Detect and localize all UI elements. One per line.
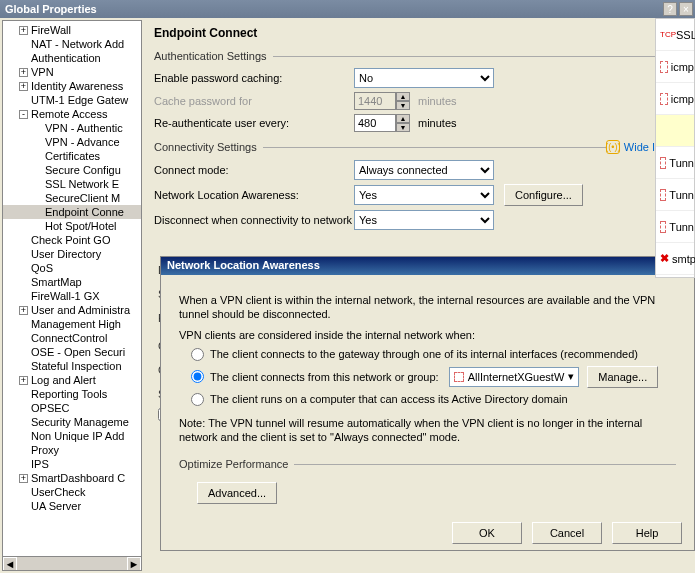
protocol-icon: TCP — [660, 30, 676, 39]
tree-item[interactable]: +SmartDashboard C — [3, 471, 141, 485]
tree-item[interactable]: UTM-1 Edge Gatew — [3, 93, 141, 107]
tree-item[interactable]: FireWall-1 GX — [3, 289, 141, 303]
nla-criteria-label: VPN clients are considered inside the in… — [179, 328, 676, 342]
tree-item[interactable]: +FireWall — [3, 23, 141, 37]
tree-item[interactable]: VPN - Authentic — [3, 121, 141, 135]
nla-opt-ad-radio[interactable] — [191, 393, 204, 406]
tree-item[interactable]: UserCheck — [3, 485, 141, 499]
reauth-input[interactable] — [354, 114, 396, 132]
expand-icon[interactable]: + — [19, 26, 28, 35]
expand-icon[interactable]: + — [19, 306, 28, 315]
list-item[interactable]: Tunn — [656, 211, 694, 243]
list-item[interactable]: TCP SSL — [656, 19, 694, 51]
tree-item-label: Proxy — [31, 444, 59, 456]
tree-item[interactable]: Endpoint Conne — [3, 205, 141, 219]
tree-item[interactable]: Management High — [3, 317, 141, 331]
tree-item-label: Stateful Inspection — [31, 360, 122, 372]
tree-item-label: UA Server — [31, 500, 81, 512]
tree-item[interactable]: Hot Spot/Hotel — [3, 219, 141, 233]
spin-up-icon[interactable]: ▲ — [396, 114, 410, 123]
tree-item[interactable]: OPSEC — [3, 401, 141, 415]
expand-icon[interactable]: + — [19, 82, 28, 91]
tree-item[interactable]: SecureClient M — [3, 191, 141, 205]
tree-item[interactable]: User Directory — [3, 247, 141, 261]
tree-item-label: ConnectControl — [31, 332, 107, 344]
tree-item[interactable]: Certificates — [3, 149, 141, 163]
tree-item-label: Check Point GO — [31, 234, 110, 246]
advanced-button[interactable]: Advanced... — [197, 482, 277, 504]
tree-item[interactable]: +User and Administra — [3, 303, 141, 317]
list-item[interactable]: Tunn — [656, 179, 694, 211]
tree-item-label: SmartMap — [31, 276, 82, 288]
disconnect-select[interactable]: Yes — [354, 210, 494, 230]
tree-item[interactable]: SSL Network E — [3, 177, 141, 191]
list-item[interactable]: ✖smtp — [656, 243, 694, 275]
spin-up-icon: ▲ — [396, 92, 410, 101]
spin-down-icon[interactable]: ▼ — [396, 123, 410, 132]
tree-item[interactable]: QoS — [3, 261, 141, 275]
connect-mode-select[interactable]: Always connected — [354, 160, 494, 180]
tree-item[interactable]: OSE - Open Securi — [3, 345, 141, 359]
manage-button[interactable]: Manage... — [587, 366, 658, 388]
tree-item-label: Security Manageme — [31, 416, 129, 428]
help-button[interactable]: ? — [663, 2, 677, 16]
auth-section-header: Authentication Settings — [154, 50, 685, 62]
tree-item-label: UTM-1 Edge Gatew — [31, 94, 128, 106]
tree-item[interactable]: Authentication — [3, 51, 141, 65]
connect-mode-label: Connect mode: — [154, 164, 354, 176]
tree-item-label: SSL Network E — [45, 178, 119, 190]
enable-caching-label: Enable password caching: — [154, 72, 354, 84]
help-button[interactable]: Help — [612, 522, 682, 544]
tree-item[interactable]: Security Manageme — [3, 415, 141, 429]
close-button[interactable]: × — [679, 2, 693, 16]
cancel-button[interactable]: Cancel — [532, 522, 602, 544]
tree-item[interactable]: Secure Configu — [3, 163, 141, 177]
tree-item[interactable]: Check Point GO — [3, 233, 141, 247]
list-item[interactable]: Tunn — [656, 147, 694, 179]
tree-item[interactable]: UA Server — [3, 499, 141, 513]
tree-item[interactable]: NAT - Network Add — [3, 37, 141, 51]
nla-dialog: Network Location Awareness When a VPN cl… — [160, 256, 695, 551]
x-icon: ✖ — [660, 252, 669, 265]
nla-note: Note: The VPN tunnel will resume automat… — [179, 416, 676, 445]
list-item[interactable]: icmp — [656, 83, 694, 115]
enable-caching-select[interactable]: No — [354, 68, 494, 88]
tree-item[interactable]: Non Unique IP Add — [3, 429, 141, 443]
nla-dialog-title: Network Location Awareness — [161, 257, 694, 275]
configure-button[interactable]: Configure... — [504, 184, 583, 206]
expand-icon[interactable]: + — [19, 376, 28, 385]
expand-icon[interactable]: + — [19, 68, 28, 77]
expand-icon[interactable]: - — [19, 110, 28, 119]
tree-item-label: Endpoint Conne — [45, 206, 124, 218]
tree-item[interactable]: SmartMap — [3, 275, 141, 289]
cache-for-input — [354, 92, 396, 110]
network-group-select[interactable]: AllInternetXGuestW▾ — [449, 367, 580, 387]
tree-item-label: UserCheck — [31, 486, 85, 498]
tree-item[interactable]: Proxy — [3, 443, 141, 457]
tree-item[interactable]: -Remote Access — [3, 107, 141, 121]
tree-item-label: FireWall — [31, 24, 71, 36]
service-icon — [660, 221, 666, 233]
list-item[interactable] — [656, 115, 694, 147]
right-panel: TCP SSLicmpicmpTunnTunnTunn✖smtp — [655, 18, 695, 278]
tree-item-label: Log and Alert — [31, 374, 96, 386]
nla-opt-gateway-radio[interactable] — [191, 348, 204, 361]
expand-icon[interactable]: + — [19, 474, 28, 483]
tree-item[interactable]: +Log and Alert — [3, 373, 141, 387]
ok-button[interactable]: OK — [452, 522, 522, 544]
nla-opt-network-radio[interactable] — [191, 370, 204, 383]
tree-item[interactable]: +Identity Awareness — [3, 79, 141, 93]
tree-item[interactable]: Reporting Tools — [3, 387, 141, 401]
tree-scrollbar[interactable]: ◄► — [3, 556, 141, 570]
tree-item[interactable]: VPN - Advance — [3, 135, 141, 149]
tree-item-label: Certificates — [45, 150, 100, 162]
tree-item[interactable]: +VPN — [3, 65, 141, 79]
service-icon — [660, 93, 668, 105]
tree-item[interactable]: Stateful Inspection — [3, 359, 141, 373]
tree-item[interactable]: IPS — [3, 457, 141, 471]
list-item[interactable]: icmp — [656, 51, 694, 83]
tree-item-label: IPS — [31, 458, 49, 470]
tree-item[interactable]: ConnectControl — [3, 331, 141, 345]
nav-tree[interactable]: +FireWallNAT - Network AddAuthentication… — [2, 20, 142, 571]
nla-select[interactable]: Yes — [354, 185, 494, 205]
